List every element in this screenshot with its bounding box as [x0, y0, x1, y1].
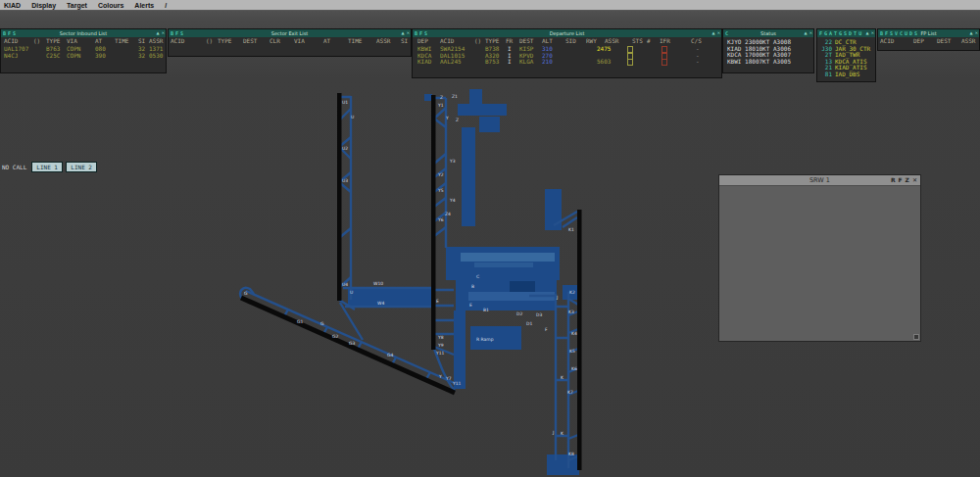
departure-list-titlebar[interactable]: BFSDeparture List▲✕: [413, 29, 721, 37]
sector-inbound-list-close-icon[interactable]: ✕: [162, 29, 165, 37]
fp-list-button-s[interactable]: S: [914, 29, 917, 37]
srw-button-z[interactable]: Z: [905, 175, 910, 185]
taxiway-label-u2: U2: [342, 146, 348, 151]
departure-list-button-b[interactable]: B: [415, 29, 417, 37]
menu-item-kiad[interactable]: KIAD: [4, 2, 21, 9]
status-button-c[interactable]: C: [725, 29, 728, 37]
fp-list-col-assr: ASSR: [961, 38, 975, 44]
frequency-list-button-g[interactable]: G: [839, 29, 842, 37]
status-titlebar[interactable]: CStatus▲✕: [723, 29, 813, 37]
taxiway-label-g: G: [244, 291, 248, 296]
menu-item-alerts[interactable]: Alerts: [134, 2, 154, 9]
button-line-1[interactable]: LINE 1: [31, 162, 63, 172]
departure-list-col-acid: ACID: [440, 38, 454, 44]
fp-list-button-v[interactable]: V: [895, 29, 898, 37]
taxiway-labels: U1UU2U3U4UW10W4ZZ1Y1YZY3Y2Y5Y4Y6Z4Y8Y9Y1…: [244, 94, 577, 456]
frequency-list-button-s[interactable]: S: [844, 29, 847, 37]
taxiway-label-u3: U3: [342, 178, 348, 183]
frequency-list-button-f[interactable]: F: [819, 29, 822, 37]
sector-inbound-list-collapse-icon[interactable]: ▲: [157, 29, 160, 37]
fp-list-button-d[interactable]: D: [909, 29, 912, 37]
menu-item-colours[interactable]: Colours: [98, 2, 123, 9]
menu-item-target[interactable]: Target: [67, 2, 87, 9]
sector-exit-list-col-time: TIME: [348, 38, 362, 44]
sector-exit-list-col-: (): [206, 38, 213, 44]
srw-button-r[interactable]: R: [890, 175, 897, 185]
frequency-list-cell: 81: [817, 72, 832, 77]
sector-exit-list-col-type: TYPE: [218, 38, 231, 44]
sector-inbound-list-button-b[interactable]: B: [3, 29, 6, 37]
fp-list-collapse-icon[interactable]: ▲: [970, 29, 973, 37]
frequency-list-button-u[interactable]: U: [858, 29, 861, 37]
taxiway-label-k3: K3: [568, 310, 574, 314]
fp-list-button-s[interactable]: S: [890, 29, 893, 37]
taxiway-label-u: U: [351, 115, 354, 119]
menu-item-display[interactable]: Display: [31, 2, 56, 9]
departure-list-collapse-icon[interactable]: ▲: [712, 29, 715, 37]
panel-sector-inbound-list: BFSSector Inbound List▲✕ACID()TYPEVIAATT…: [0, 28, 167, 73]
departure-list-close-icon[interactable]: ✕: [717, 29, 720, 37]
ifr-box[interactable]: [662, 59, 667, 66]
departure-list-button-f[interactable]: F: [419, 29, 422, 37]
frequency-list-button-d[interactable]: D: [849, 29, 852, 37]
sector-inbound-list-button-f[interactable]: F: [8, 29, 11, 37]
sector-inbound-list-button-s[interactable]: S: [13, 29, 16, 37]
sector-exit-list-col-acid: ACID: [171, 38, 184, 44]
departure-list-col-fr: FR: [506, 38, 513, 44]
sector-exit-list-collapse-icon[interactable]: ▲: [402, 29, 405, 37]
departure-list-col-assr: ASSR: [605, 38, 618, 44]
sector-exit-list-col-at: AT: [323, 38, 330, 44]
status-collapse-icon[interactable]: ▲: [805, 29, 808, 37]
sector-exit-list-titlebar[interactable]: BFSSector Exit List▲✕: [169, 29, 411, 37]
taxiway-label-y11: Y11: [435, 351, 445, 356]
status-body: KJYO 23000KT A3008KIAD 18010KT A3006KDCA…: [723, 37, 813, 73]
fp-list-button-b[interactable]: B: [880, 29, 883, 37]
taxiway-label-y3: Y3: [449, 159, 456, 164]
atc-ground-display: KIADDisplayTargetColoursAlerts/: [0, 0, 980, 477]
button-line-2[interactable]: LINE 2: [66, 162, 97, 172]
srw-resize-handle[interactable]: [913, 334, 919, 340]
sector-exit-list-close-icon[interactable]: ✕: [407, 29, 410, 37]
fp-list-titlebar[interactable]: BFSVCUDSFP List▲✕: [878, 29, 979, 37]
taxiway-label-k1: K1: [568, 227, 574, 232]
departure-list-col-alt: ALT: [542, 38, 553, 44]
srw-close-icon[interactable]: ✕: [911, 175, 918, 185]
fp-list-button-u[interactable]: U: [905, 29, 907, 37]
taxiway-label-y5: Y5: [437, 188, 444, 193]
sector-inbound-list-titlebar[interactable]: BFSSector Inbound List▲✕: [1, 29, 166, 37]
frequency-list-button-t[interactable]: T: [834, 29, 837, 37]
sector-exit-list-button-b[interactable]: B: [171, 29, 173, 37]
frequency-list-collapse-icon[interactable]: ▲: [866, 29, 869, 37]
menu-item-[interactable]: /: [165, 2, 167, 9]
frequency-list-button-a[interactable]: A: [829, 29, 832, 37]
taxiway-label-k2: K2: [569, 290, 575, 295]
taxiway-label-y9: Y9: [437, 343, 444, 348]
sts-box[interactable]: [627, 59, 633, 66]
panel-departure-list: BFSDeparture List▲✕DEPACID()TYPEFRDESTAL…: [412, 28, 722, 78]
fp-list-close-icon[interactable]: ✕: [975, 29, 978, 37]
taxiway-label-e: E: [469, 303, 472, 308]
sector-exit-list-button-f[interactable]: F: [175, 29, 178, 37]
departure-list-button-s[interactable]: S: [424, 29, 427, 37]
taxiway-label-y7: Y7: [445, 376, 452, 381]
fp-list-title: FP List: [878, 29, 979, 37]
departure-list-col-: #: [647, 38, 651, 44]
frequency-list-button-t[interactable]: T: [854, 29, 857, 37]
taxiway-label-y: Y: [438, 374, 442, 379]
status-close-icon[interactable]: ✕: [809, 29, 812, 37]
sector-exit-list-button-s[interactable]: S: [180, 29, 183, 37]
sector-inbound-list-cell: C25C: [46, 53, 60, 59]
fp-list-button-c[interactable]: C: [900, 29, 903, 37]
srw-titlebar[interactable]: SRW 1 RFZ✕: [719, 175, 920, 186]
taxiway-label-z: Z: [440, 95, 443, 100]
frequency-list-button-g[interactable]: G: [824, 29, 827, 37]
taxiway-label-g4: G4: [387, 353, 393, 358]
srw-button-f[interactable]: F: [898, 175, 904, 185]
sector-inbound-list-cell: N4CJ: [4, 53, 18, 59]
frequency-list-close-icon[interactable]: ✕: [871, 29, 874, 37]
sector-exit-list-col-clr: CLR: [270, 38, 280, 44]
fp-list-button-f[interactable]: F: [885, 29, 888, 37]
srw-window[interactable]: SRW 1 RFZ✕: [718, 174, 921, 342]
panel-frequency-list: FGATGSDTU▲✕22DC_CTRJ30JAR_30_CTR2TIAD_TW…: [816, 28, 876, 82]
frequency-list-titlebar[interactable]: FGATGSDTU▲✕: [817, 29, 875, 37]
